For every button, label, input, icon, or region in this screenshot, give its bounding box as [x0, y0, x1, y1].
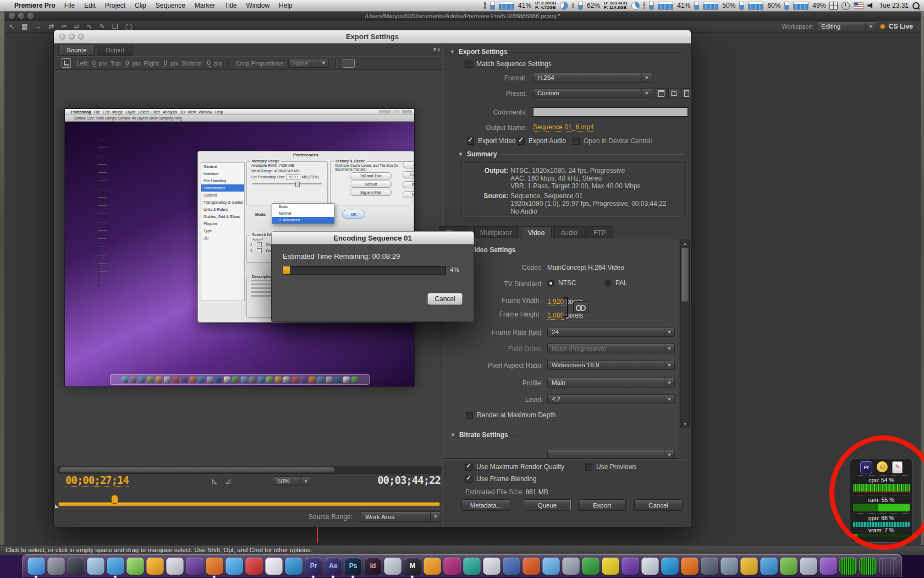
dock-icon-31[interactable] — [622, 558, 639, 575]
graph2-icon[interactable] — [703, 2, 718, 10]
playhead-marker[interactable] — [111, 495, 118, 504]
workspace-dropdown[interactable]: Editing▼ — [817, 21, 876, 31]
dock-icon-id[interactable]: Id — [365, 558, 382, 575]
set-in-point-icon[interactable]: ◺ — [212, 477, 217, 484]
crop-top-value[interactable]: 0 — [125, 59, 129, 67]
prefs-item-guides-grid-slices[interactable]: Guides, Grid & Slices — [201, 213, 244, 220]
dock-icon-4[interactable] — [87, 558, 105, 575]
menu-item-basic[interactable]: Basic — [272, 204, 334, 210]
bitrate-encoding-dropdown[interactable]: ▼ — [547, 450, 675, 459]
menu-edit[interactable]: Edit — [84, 2, 96, 9]
gauge3-icon[interactable] — [739, 2, 744, 10]
profile-dropdown[interactable]: Main▼ — [547, 378, 675, 388]
prefs-prev-button[interactable]: Prev — [403, 181, 414, 188]
input-language-flag-icon[interactable] — [854, 2, 864, 9]
summary-header[interactable]: ▼Summary — [458, 150, 684, 158]
export-settings-header[interactable]: ▼Export Settings — [450, 48, 684, 56]
mem-graph-icon[interactable] — [499, 2, 514, 10]
prefs-item-3d[interactable]: 3D — [201, 235, 244, 242]
dock-icon-11[interactable] — [226, 558, 243, 575]
dock-icon-34[interactable] — [681, 558, 698, 575]
use-previews-checkbox[interactable]: Use Previews — [585, 463, 636, 471]
prefs-ok-button[interactable]: OK — [342, 210, 365, 219]
encoding-dialog-title[interactable]: Encoding Sequence 01 — [271, 231, 474, 244]
pixel-aspect-ratio-dropdown[interactable]: Widescreen 16:9▼ — [547, 360, 675, 370]
crop-bottom-value[interactable]: 0 — [207, 59, 210, 67]
crop-proportions-dropdown[interactable]: None▼ — [288, 59, 329, 68]
dock-icon-19[interactable] — [384, 558, 402, 575]
rolling-edit-tool-icon[interactable]: ⇄ — [48, 23, 54, 30]
panel-menu-icon[interactable]: ▼≡ — [432, 47, 440, 52]
pen-tool-icon[interactable]: ✎ — [100, 23, 105, 30]
dock-icon-2[interactable] — [48, 558, 65, 575]
delete-preset-icon[interactable] — [681, 88, 692, 99]
prefs-item-general[interactable]: General — [201, 163, 244, 170]
prefs-item-transparency-gamut[interactable]: Transparency & Gamut — [201, 199, 244, 206]
dock-trash-icon[interactable] — [879, 558, 897, 575]
prefs-next-button[interactable]: Next — [403, 191, 414, 198]
source-current-timecode[interactable]: 00;00;27;14 — [65, 474, 129, 487]
export-video-checkbox[interactable]: Export Video — [467, 137, 516, 145]
dock-icon-22[interactable] — [444, 558, 461, 575]
save-preset-icon[interactable] — [656, 88, 667, 99]
spaces-icon[interactable] — [829, 2, 838, 10]
dock-icon-ps[interactable]: Ps — [345, 558, 362, 575]
bitrate-settings-header[interactable]: ▼Bitrate Settings — [450, 431, 670, 439]
dock-icon-9[interactable] — [186, 558, 204, 575]
menu-clip[interactable]: Clip — [135, 2, 146, 9]
import-preset-icon[interactable] — [668, 88, 679, 99]
selection-tool-icon[interactable]: ↖ — [9, 23, 14, 30]
graph3-icon[interactable] — [748, 2, 763, 10]
ram-slider-thumb[interactable] — [295, 182, 300, 187]
scratch-checkbox[interactable]: ✓ — [257, 242, 262, 247]
memory-pie-icon[interactable] — [560, 2, 568, 10]
tab-audio[interactable]: Audio — [553, 226, 585, 238]
export-button[interactable]: Export — [578, 499, 626, 511]
dock-icon-14[interactable] — [285, 558, 302, 575]
dock-icon-32[interactable] — [642, 558, 659, 575]
dock-icon-1[interactable] — [28, 558, 45, 575]
metadata-button[interactable]: Metadata... — [461, 499, 510, 511]
gauge4-icon[interactable] — [784, 2, 789, 10]
crop-left-value[interactable]: 0 — [92, 59, 95, 67]
preview-horizontal-scrollbar[interactable] — [57, 466, 442, 474]
dock-icon-13[interactable] — [266, 558, 283, 575]
button-tall-and-thin[interactable]: Tall and Thin — [350, 172, 392, 179]
razor-tool-icon[interactable]: ✂ — [61, 23, 67, 30]
dock-icon-24[interactable] — [483, 558, 501, 575]
time-machine-icon[interactable] — [842, 2, 850, 10]
render-max-depth-checkbox[interactable]: Render at Maximum Depth — [466, 411, 556, 419]
output-name-link[interactable]: Sequence 01_6.mp4 — [533, 123, 594, 132]
frame-height-value[interactable]: 1,080 — [547, 312, 564, 320]
dock-icon-3[interactable] — [68, 558, 85, 575]
dock-icon-12[interactable] — [246, 558, 263, 575]
dock-icon-26[interactable] — [523, 558, 540, 575]
dock-icon-30[interactable] — [602, 558, 619, 575]
volume-icon[interactable] — [867, 2, 875, 9]
ntsc-radio[interactable]: NTSC — [547, 279, 576, 287]
monitor-aspect-icon[interactable] — [343, 59, 355, 68]
crop-icon[interactable] — [62, 58, 71, 68]
menu-item-advanced[interactable]: ✓ Advanced — [272, 217, 334, 223]
level-dropdown[interactable]: 4.2▼ — [547, 394, 675, 404]
dock-icon-36[interactable] — [721, 558, 738, 575]
comments-field[interactable] — [533, 107, 688, 117]
cpu-graph-icon[interactable] — [658, 2, 673, 10]
slip-tool-icon[interactable]: ⇌ — [74, 23, 80, 30]
gauge2-icon[interactable] — [694, 2, 699, 10]
hd-gauge-icon[interactable] — [578, 2, 583, 10]
dock-icon-pr[interactable]: Pr — [305, 558, 322, 575]
spotlight-icon[interactable] — [912, 2, 920, 9]
dock-icon-21[interactable] — [424, 558, 441, 575]
prefs-cancel-button[interactable]: Cancel — [403, 171, 414, 178]
dock-monitor-graph-icon[interactable] — [840, 558, 857, 575]
export-audio-checkbox[interactable]: Export Audio — [518, 137, 566, 145]
tab-output[interactable]: Output — [97, 45, 133, 56]
cancel-button[interactable]: Cancel — [634, 499, 683, 511]
dock-monitor-graph-icon[interactable] — [860, 558, 877, 575]
dock-icon-40[interactable] — [800, 558, 817, 575]
menu-help[interactable]: Help — [279, 2, 293, 9]
dock-icon-5[interactable] — [107, 558, 124, 575]
prefs-item-interface[interactable]: Interface — [201, 170, 244, 177]
queue-button[interactable]: Queue — [523, 499, 571, 511]
